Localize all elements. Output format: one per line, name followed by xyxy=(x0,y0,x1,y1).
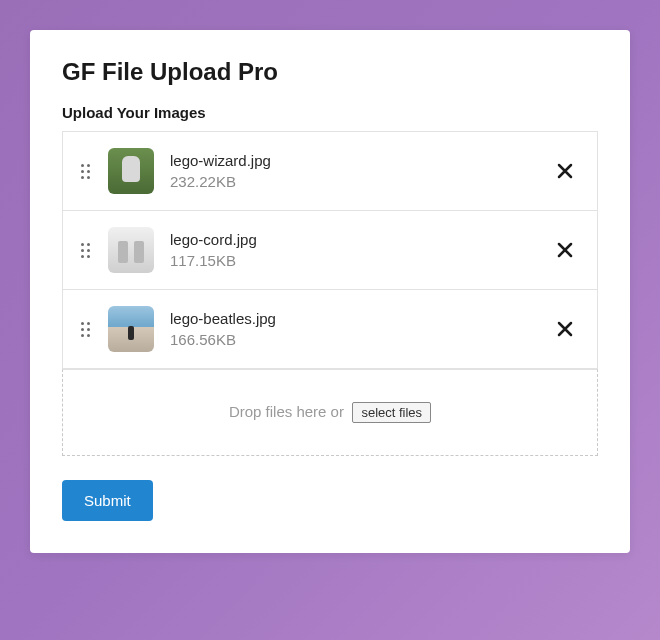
drag-handle-icon[interactable] xyxy=(81,243,90,258)
file-size: 117.15KB xyxy=(170,250,551,271)
file-thumbnail xyxy=(108,148,154,194)
file-row: lego-wizard.jpg 232.22KB xyxy=(63,132,597,211)
remove-file-button[interactable] xyxy=(551,236,579,264)
file-meta: lego-beatles.jpg 166.56KB xyxy=(170,308,551,350)
remove-file-button[interactable] xyxy=(551,157,579,185)
drop-zone[interactable]: Drop files here or select files xyxy=(62,369,598,456)
file-meta: lego-cord.jpg 117.15KB xyxy=(170,229,551,271)
select-files-button[interactable]: select files xyxy=(352,402,431,423)
file-size: 166.56KB xyxy=(170,329,551,350)
file-name: lego-wizard.jpg xyxy=(170,150,551,171)
close-icon xyxy=(557,321,573,337)
drag-handle-icon[interactable] xyxy=(81,164,90,179)
file-row: lego-beatles.jpg 166.56KB xyxy=(63,290,597,369)
file-row: lego-cord.jpg 117.15KB xyxy=(63,211,597,290)
page-title: GF File Upload Pro xyxy=(62,58,598,86)
submit-button[interactable]: Submit xyxy=(62,480,153,521)
close-icon xyxy=(557,163,573,179)
drop-zone-text: Drop files here or xyxy=(229,403,344,420)
remove-file-button[interactable] xyxy=(551,315,579,343)
file-meta: lego-wizard.jpg 232.22KB xyxy=(170,150,551,192)
file-name: lego-beatles.jpg xyxy=(170,308,551,329)
file-thumbnail xyxy=(108,227,154,273)
field-label: Upload Your Images xyxy=(62,104,598,121)
file-list: lego-wizard.jpg 232.22KB lego-cord.jpg 1… xyxy=(62,131,598,369)
drag-handle-icon[interactable] xyxy=(81,322,90,337)
file-thumbnail xyxy=(108,306,154,352)
upload-card: GF File Upload Pro Upload Your Images le… xyxy=(30,30,630,553)
close-icon xyxy=(557,242,573,258)
file-name: lego-cord.jpg xyxy=(170,229,551,250)
file-size: 232.22KB xyxy=(170,171,551,192)
